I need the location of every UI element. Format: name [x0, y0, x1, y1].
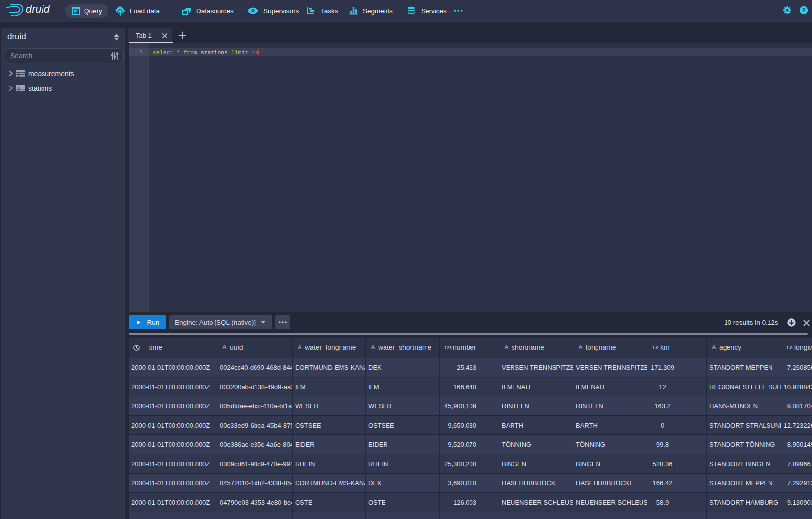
svg-text:?: ? [802, 7, 805, 13]
